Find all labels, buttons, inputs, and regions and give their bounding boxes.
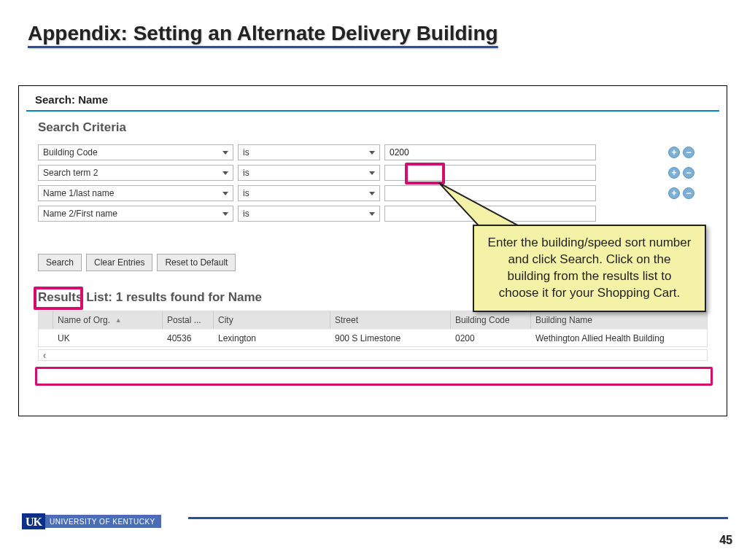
remove-row-icon[interactable]: −: [683, 187, 694, 199]
criteria-row: Name 1/last name is + −: [38, 184, 708, 202]
chevron-down-icon: [369, 151, 375, 155]
criteria-row: Building Code is + −: [38, 144, 708, 161]
field-label: Name 1/last name: [43, 188, 114, 198]
row-controls: + −: [668, 187, 694, 199]
clear-button[interactable]: Clear Entries: [86, 254, 152, 271]
field-label: Building Code: [43, 147, 98, 158]
chevron-down-icon: [369, 171, 375, 175]
cell-city: Lexington: [214, 333, 330, 343]
table-header: Name of Org. ▲ Postal ... City Street Bu…: [39, 311, 707, 329]
cell-org: UK: [53, 333, 163, 343]
page-title: Appendix: Setting an Alternate Delivery …: [28, 22, 498, 45]
col-code[interactable]: Building Code: [451, 311, 531, 329]
criteria-title: Search Criteria: [19, 117, 727, 144]
field-select[interactable]: Name 1/last name: [38, 185, 233, 201]
operator-select[interactable]: is: [238, 206, 380, 222]
cell-name: Wethington Allied Health Building: [531, 333, 707, 343]
table-row[interactable]: UK 40536 Lexington 900 S Limestone 0200 …: [39, 329, 707, 346]
page-number: 45: [719, 534, 732, 547]
chevron-down-icon: [222, 212, 228, 216]
field-select[interactable]: Name 2/First name: [38, 206, 233, 222]
chevron-left-icon[interactable]: ‹: [39, 349, 50, 361]
operator-select[interactable]: is: [238, 185, 380, 201]
highlight-result-row: [35, 367, 713, 386]
remove-row-icon[interactable]: −: [683, 167, 694, 179]
op-label: is: [243, 147, 249, 158]
operator-select[interactable]: is: [238, 144, 380, 160]
logo-text: UNIVERSITY OF KENTUCKY: [45, 515, 161, 528]
criteria-row: Name 2/First name is: [38, 205, 708, 222]
cell-street: 900 S Limestone: [330, 333, 451, 343]
logo-mark: UK: [22, 513, 45, 529]
cell-code: 0200: [451, 333, 531, 343]
highlight-search-button: [34, 287, 83, 310]
col-street[interactable]: Street: [330, 311, 451, 329]
row-controls: + −: [668, 147, 694, 158]
horizontal-scrollbar[interactable]: ‹: [38, 349, 708, 361]
op-label: is: [243, 168, 249, 178]
reset-button[interactable]: Reset to Default: [157, 254, 236, 271]
op-label: is: [243, 188, 249, 198]
field-select[interactable]: Building Code: [38, 144, 233, 160]
panel-header: Search: Name: [19, 86, 727, 110]
field-select[interactable]: Search term 2: [38, 165, 233, 181]
op-label: is: [243, 209, 249, 219]
field-label: Name 2/First name: [43, 209, 117, 219]
add-row-icon[interactable]: +: [668, 147, 680, 158]
results-table: Name of Org. ▲ Postal ... City Street Bu…: [38, 311, 708, 347]
divider: [26, 110, 719, 112]
criteria-row: Search term 2 is + −: [38, 164, 708, 182]
remove-row-icon[interactable]: −: [683, 147, 694, 158]
add-row-icon[interactable]: +: [668, 167, 680, 179]
callout-box: Enter the building/speed sort number and…: [473, 225, 706, 312]
col-postal[interactable]: Postal ...: [163, 311, 214, 329]
field-label: Search term 2: [43, 168, 98, 178]
col-name[interactable]: Building Name: [531, 311, 707, 329]
value-input[interactable]: [384, 144, 596, 160]
add-row-icon[interactable]: +: [668, 187, 680, 199]
chevron-down-icon: [222, 151, 228, 155]
cell-postal: 40536: [163, 333, 214, 343]
col-city[interactable]: City: [214, 311, 330, 329]
col-org[interactable]: Name of Org. ▲: [53, 311, 163, 329]
criteria-rows: Building Code is + − Search term 2 is + …: [19, 144, 727, 222]
search-button[interactable]: Search: [38, 254, 82, 271]
chevron-down-icon: [369, 192, 375, 195]
row-controls: + −: [668, 167, 694, 179]
chevron-down-icon: [222, 192, 228, 195]
chevron-down-icon: [369, 212, 375, 216]
footer-divider: [188, 517, 728, 519]
operator-select[interactable]: is: [238, 165, 380, 181]
chevron-down-icon: [222, 171, 228, 175]
uk-logo: UK UNIVERSITY OF KENTUCKY: [22, 513, 161, 529]
